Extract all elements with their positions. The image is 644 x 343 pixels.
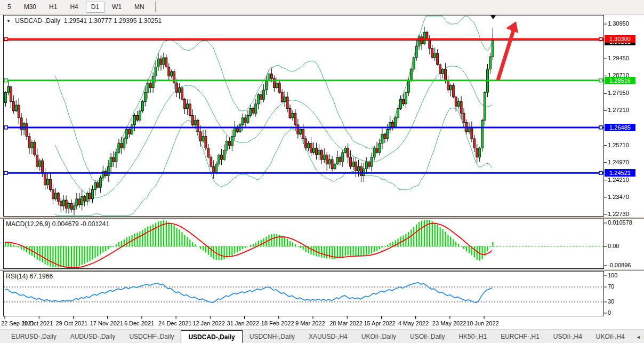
date-axis-label: 6 Dec 2021 xyxy=(124,320,154,326)
chart-ohlc-values: 1.29541 1.30777 1.29395 1.30251 xyxy=(64,17,162,25)
rsi-axis-label: 100 xyxy=(608,272,617,278)
price-axis-label: 1.24210 xyxy=(608,177,629,183)
macd-axis-label: 0.010578 xyxy=(608,219,632,226)
date-axis-label: 18 Feb 2022 xyxy=(261,320,294,326)
price-axis-label: 1.24970 xyxy=(608,159,629,165)
date-axis-label: 17 Nov 2021 xyxy=(90,320,123,326)
date-axis-label: 4 May 2022 xyxy=(398,320,429,326)
tab-eurchf-h1[interactable]: EURCHF-,H1 xyxy=(494,330,546,343)
date-axis-label: 11 Oct 2021 xyxy=(21,320,53,326)
timeframe-button-d1[interactable]: D1 xyxy=(86,2,104,13)
timeframe-button-h4[interactable]: H4 xyxy=(65,2,83,13)
tab-ukoil-daily[interactable]: UKOil-,Daily xyxy=(355,330,403,343)
rsi-axis-label: 0 xyxy=(608,309,611,316)
chart-symbol-label: USDCAD-,Daily xyxy=(15,17,60,25)
tab-usdcnh-daily[interactable]: USDCNH-,Daily xyxy=(243,330,302,343)
macd-axis-label: -0.00896 xyxy=(608,262,631,268)
tab-usdcad-daily[interactable]: USDCAD-,Daily xyxy=(181,330,242,343)
price-axis-label: 1.30950 xyxy=(608,20,629,27)
chart-tab-bar: EURUSD-,DailyAUDUSD-,DailyUSDCHF-,DailyU… xyxy=(0,330,644,343)
tab-usoil-daily[interactable]: USOil-,Daily xyxy=(403,330,452,343)
tab-hk50-h1[interactable]: HK50-,H1 xyxy=(452,330,494,343)
timeframe-button-m30[interactable]: M30 xyxy=(19,2,42,13)
tab-ukoil-h4[interactable]: UKOil-,H4 xyxy=(589,330,632,343)
date-axis-label: 29 Oct 2021 xyxy=(55,320,87,326)
rsi-axis-label: 70 xyxy=(608,283,614,290)
price-chart-panel[interactable] xyxy=(3,15,604,217)
macd-indicator-label: MACD(12,26,9) 0.004679 -0.001241 xyxy=(6,220,109,228)
tab-audusd-daily[interactable]: AUDUSD-,Daily xyxy=(63,330,123,343)
date-axis-label: 12 Jan 2022 xyxy=(192,320,225,326)
rsi-indicator-label: RSI(14) 67.1966 xyxy=(6,273,53,280)
price-axis-label: 1.27950 xyxy=(608,90,629,96)
date-axis-label: 28 Mar 2022 xyxy=(329,320,363,326)
rsi-indicator-panel[interactable] xyxy=(3,271,604,316)
level-price-badge: 1.24521 xyxy=(605,169,635,177)
price-axis-label: 1.25710 xyxy=(608,142,629,148)
terminal-window: 5M30H1H4D1W1MN ▼ USDCAD-,Daily 1.29541 1… xyxy=(0,0,644,343)
date-axis-label: 31 Jan 2022 xyxy=(227,320,260,326)
tab-usoil-h4[interactable]: USOil-,H4 xyxy=(546,330,589,343)
tab-scroll-left-icon[interactable]: ◂ xyxy=(637,334,640,340)
timeframe-button-5[interactable]: 5 xyxy=(2,2,17,13)
chart-title: ▼ USDCAD-,Daily 1.29541 1.30777 1.29395 … xyxy=(6,17,162,25)
tab-scroll-controls: ◂▸ xyxy=(632,330,644,343)
date-axis-label: 24 Dec 2021 xyxy=(158,320,191,326)
toolbar-separator xyxy=(155,2,156,12)
level-price-badge: 1.26485 xyxy=(605,124,635,131)
tab-xauusd-h4[interactable]: XAUUSD-,H4 xyxy=(302,330,355,343)
timeframe-button-mn[interactable]: MN xyxy=(129,2,150,13)
price-axis-label: 1.22730 xyxy=(608,211,629,217)
date-axis-label: 23 May 2022 xyxy=(432,320,466,326)
rsi-axis-label: 30 xyxy=(608,298,614,305)
date-axis-label: 15 Apr 2022 xyxy=(364,320,395,326)
timeframe-button-w1[interactable]: W1 xyxy=(107,2,127,13)
timeframe-button-h1[interactable]: H1 xyxy=(44,2,62,13)
macd-axis-label: 0.00 xyxy=(608,243,619,249)
tab-usdchf-daily[interactable]: USDCHF-,Daily xyxy=(122,330,181,343)
level-price-badge: 1.28516 xyxy=(605,77,635,84)
date-axis-label: 9 Mar 2022 xyxy=(295,320,325,326)
price-axis-label: 1.29450 xyxy=(608,55,629,61)
date-axis-label: 10 Jun 2022 xyxy=(466,320,499,326)
chart-collapse-icon[interactable]: ▼ xyxy=(6,19,11,23)
level-price-badge: 1.30300 xyxy=(605,35,635,43)
tab-eurusd-daily[interactable]: EURUSD-,Daily xyxy=(4,330,63,343)
timeframe-toolbar: 5M30H1H4D1W1MN xyxy=(0,0,644,14)
price-axis-label: 1.23470 xyxy=(608,194,629,200)
price-axis-label: 1.27210 xyxy=(608,107,629,113)
